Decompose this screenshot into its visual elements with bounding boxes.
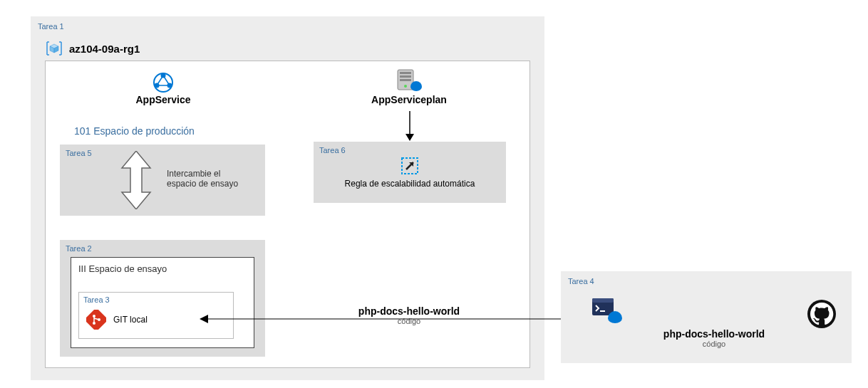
arrow-cloudshell-to-git	[200, 313, 588, 325]
resource-group-name: az104-09a-rg1	[69, 43, 140, 55]
tarea3-label: Tarea 3	[83, 295, 110, 304]
appservice-block: AppService	[85, 71, 242, 105]
production-slot-label: 101 Espacio de producción	[74, 125, 195, 137]
tarea6-box: Tarea 6 Regla de escalabilidad automátic…	[314, 142, 506, 203]
svg-marker-22	[200, 315, 208, 323]
cloudshell-block	[591, 297, 622, 325]
swap-text-line1: Intercambie el	[167, 169, 238, 179]
tarea2-label: Tarea 2	[66, 244, 92, 253]
swap-text-line2: espacio de ensayo	[167, 179, 238, 189]
tarea2-box: Tarea 2 III Espacio de ensayo Tarea 3	[60, 240, 265, 357]
svg-rect-15	[400, 79, 411, 81]
git-local-label: GIT local	[113, 315, 148, 325]
appserviceplan-label: AppServiceplan	[331, 94, 487, 105]
svg-marker-7	[122, 151, 150, 209]
appserviceplan-icon	[395, 68, 423, 94]
swap-arrow-icon	[118, 151, 154, 209]
autoscale-label: Regla de escalabilidad automática	[314, 179, 506, 189]
svg-rect-13	[400, 72, 411, 74]
resource-group-icon	[45, 39, 63, 58]
github-block	[806, 298, 837, 330]
github-icon	[806, 298, 837, 330]
tarea1-label: Tarea 1	[38, 22, 64, 31]
tarea1-container: Tarea 1 az104-09a-rg1 AppService 101 Esp…	[31, 16, 544, 380]
staging-box: III Espacio de ensayo Tarea 3 GIT local	[71, 257, 254, 348]
staging-slot-label: III Espacio de ensayo	[78, 263, 167, 274]
resource-group-header: az104-09a-rg1	[45, 39, 140, 58]
autoscale-block: Regla de escalabilidad automática	[314, 156, 506, 189]
tarea6-label: Tarea 6	[319, 146, 346, 154]
git-local-block: GIT local	[86, 310, 148, 330]
tarea4-box: Tarea 4 php-docs-hello-world código	[561, 271, 852, 363]
tarea4-label: Tarea 4	[568, 277, 594, 285]
appservice-icon	[152, 71, 175, 94]
svg-marker-18	[405, 134, 414, 141]
git-icon	[86, 310, 106, 330]
autoscale-icon	[400, 156, 420, 176]
svg-rect-8	[86, 310, 106, 330]
appserviceplan-block: AppServiceplan	[331, 68, 487, 105]
cloudshell-icon	[591, 297, 622, 325]
swap-text: Intercambie el espacio de ensayo	[167, 169, 238, 189]
appservice-label: AppService	[85, 94, 242, 105]
code2-sub: código	[643, 340, 785, 348]
svg-rect-14	[400, 75, 411, 78]
arrow-down	[403, 111, 417, 141]
tarea5-box: Tarea 5 Intercambie el espacio de ensayo	[60, 145, 265, 216]
svg-point-16	[404, 85, 407, 88]
svg-rect-26	[592, 298, 614, 303]
tarea5-label: Tarea 5	[66, 149, 92, 157]
code-label-2: php-docs-hello-world código	[643, 328, 785, 348]
code2-name: php-docs-hello-world	[643, 328, 785, 340]
